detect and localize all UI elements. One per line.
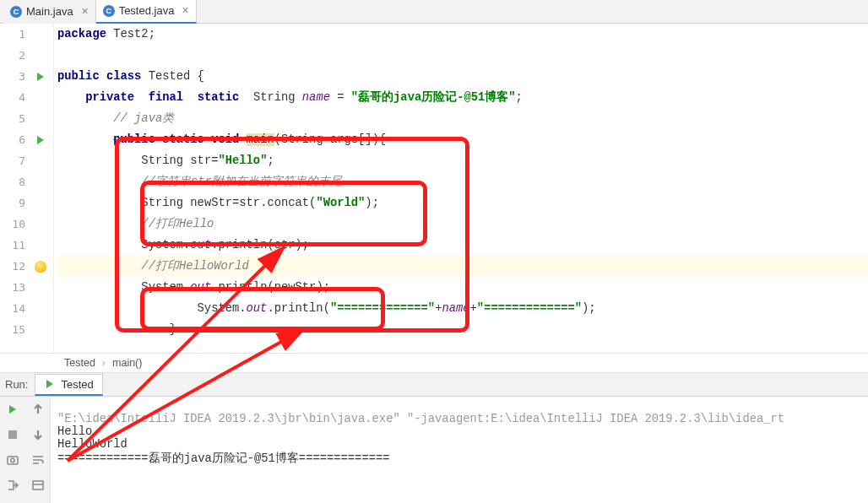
svg-rect-2 xyxy=(8,430,17,439)
tab-label: Main.java xyxy=(26,5,73,18)
code-line[interactable]: public static void main(String args[]){ xyxy=(57,129,868,150)
close-icon[interactable]: ✕ xyxy=(81,6,89,17)
code-line[interactable]: System.out.println("============="+name+… xyxy=(57,298,868,319)
line-number: 11 xyxy=(0,239,30,252)
line-number: 8 xyxy=(0,176,30,188)
svg-rect-3 xyxy=(8,457,18,464)
run-label: Run: xyxy=(5,378,28,391)
console-output[interactable]: "E:\idea\IntelliJ IDEA 2019.2.3\jbr\bin\… xyxy=(51,397,868,503)
code-line[interactable]: package Test2; xyxy=(57,24,868,45)
line-number: 12 xyxy=(0,260,30,273)
code-line[interactable]: private final static String name = "磊哥的j… xyxy=(57,87,868,108)
code-line[interactable]: System.out.println(newStr); xyxy=(57,277,868,298)
rerun-button[interactable] xyxy=(0,397,25,422)
screenshot-button[interactable] xyxy=(0,447,25,473)
line-number: 5 xyxy=(0,112,30,125)
run-class-icon[interactable] xyxy=(30,73,51,81)
console-line: "E:\idea\IntelliJ IDEA 2019.2.3\jbr\bin\… xyxy=(57,413,784,425)
line-number: 6 xyxy=(0,133,30,146)
run-config-icon xyxy=(44,378,56,390)
code-line[interactable]: // java类 xyxy=(57,108,868,129)
gutter: 1 2 3 4 5 6 7 8 9 10 11 12 13 14 15 xyxy=(0,24,54,353)
tab-tested-java[interactable]: C Tested.java ✕ xyxy=(96,0,198,24)
code-line[interactable]: String str="Hello"; xyxy=(57,150,868,171)
breadcrumb-item[interactable]: Tested xyxy=(64,357,95,369)
svg-rect-5 xyxy=(33,481,43,489)
close-icon[interactable]: ✕ xyxy=(182,5,189,16)
line-number: 15 xyxy=(0,323,30,336)
chevron-right-icon: › xyxy=(102,357,106,369)
intention-bulb-icon[interactable] xyxy=(30,261,51,273)
run-toolbar xyxy=(0,397,51,503)
console-line: =============磊哥的java历险记-@51博客===========… xyxy=(57,452,390,465)
code-line[interactable]: } xyxy=(57,319,868,340)
code-line[interactable]: //打印HelloWorld xyxy=(57,256,868,277)
run-panel-header: Run: Tested xyxy=(0,373,868,397)
editor[interactable]: 1 2 3 4 5 6 7 8 9 10 11 12 13 14 15 pack… xyxy=(0,24,868,353)
line-number: 14 xyxy=(0,302,30,315)
run-panel: "E:\idea\IntelliJ IDEA 2019.2.3\jbr\bin\… xyxy=(0,397,868,503)
line-number: 7 xyxy=(0,154,30,167)
console-line: Hello xyxy=(57,425,92,438)
line-number: 13 xyxy=(0,281,30,294)
soft-wrap-button[interactable] xyxy=(25,447,51,473)
console-line: HelloWorld xyxy=(57,438,127,451)
tab-main-java[interactable]: C Main.java ✕ xyxy=(3,0,96,24)
line-number: 2 xyxy=(0,49,30,62)
run-tab[interactable]: Tested xyxy=(35,374,102,396)
line-number: 4 xyxy=(0,91,30,104)
exit-button[interactable] xyxy=(0,473,25,498)
scroll-down-button[interactable] xyxy=(25,422,51,447)
java-class-icon: C xyxy=(103,5,115,17)
breadcrumb-item[interactable]: main() xyxy=(112,357,142,369)
breadcrumb: Tested › main() xyxy=(0,353,868,373)
run-tab-label: Tested xyxy=(61,378,93,391)
file-tabs: C Main.java ✕ C Tested.java ✕ xyxy=(0,0,868,24)
line-number: 1 xyxy=(0,28,30,41)
svg-point-4 xyxy=(11,458,14,462)
line-number: 10 xyxy=(0,218,30,230)
scroll-up-button[interactable] xyxy=(25,397,51,422)
code-line[interactable]: String newStr=str.concat("World"); xyxy=(57,192,868,214)
code-line[interactable] xyxy=(57,45,868,66)
java-class-icon: C xyxy=(10,6,22,18)
stop-button[interactable] xyxy=(0,422,25,447)
run-method-icon[interactable] xyxy=(30,136,51,144)
code-line[interactable]: //打印Hello xyxy=(57,214,868,235)
code-line[interactable]: //字符串str附加在当前字符串的末尾 xyxy=(57,171,868,192)
code-line[interactable]: public class Tested { xyxy=(57,66,868,87)
code-line[interactable]: System.out.println(str); xyxy=(57,235,868,256)
code-area[interactable]: package Test2; public class Tested { pri… xyxy=(54,24,868,353)
line-number: 9 xyxy=(0,197,30,209)
tab-label: Tested.java xyxy=(119,4,175,17)
layout-button[interactable] xyxy=(25,473,51,498)
line-number: 3 xyxy=(0,70,30,83)
